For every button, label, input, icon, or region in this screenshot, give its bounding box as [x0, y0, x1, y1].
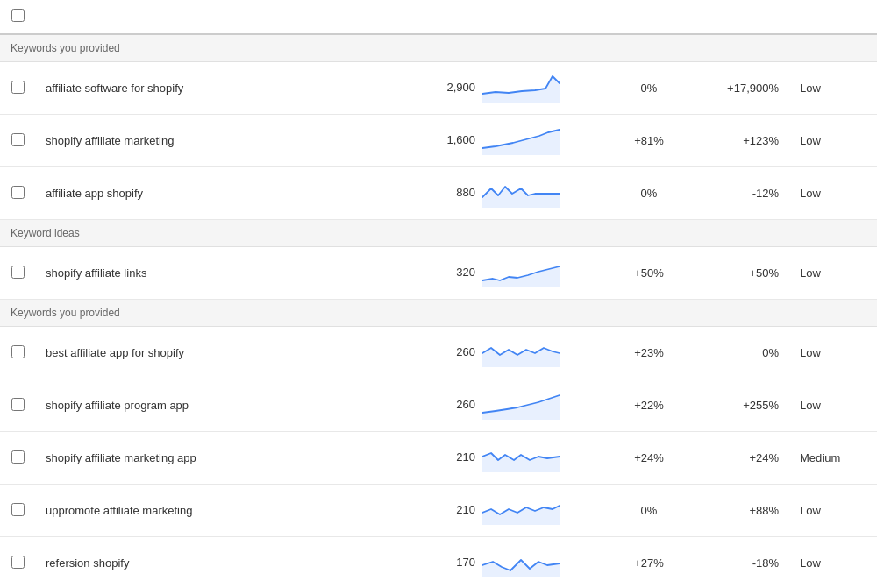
- competition-value: Low: [800, 187, 821, 200]
- keyword-cell: affiliate app shopify: [35, 167, 430, 220]
- avg-monthly-cell: 260: [430, 379, 605, 432]
- yoy-cell: 0%: [693, 327, 789, 379]
- yoy-value: +123%: [743, 134, 779, 147]
- header-avg-monthly[interactable]: [430, 0, 605, 34]
- section-title: Keyword ideas: [0, 220, 877, 247]
- competition-value: Low: [800, 399, 821, 412]
- three-month-cell: 0%: [605, 167, 693, 220]
- table-row: best affiliate app for shopify 260 +23% …: [0, 327, 877, 379]
- row-checkbox-cell[interactable]: [0, 537, 35, 589]
- yoy-value: +88%: [749, 504, 779, 517]
- section-header-row: Keywords you provided: [0, 34, 877, 62]
- yoy-cell: +50%: [693, 247, 789, 300]
- avg-monthly-value: 880: [440, 186, 475, 199]
- yoy-value: +50%: [749, 266, 779, 280]
- row-checkbox-cell[interactable]: [0, 115, 35, 167]
- keyword-cell: uppromote affiliate marketing: [35, 485, 430, 537]
- row-checkbox-cell[interactable]: [0, 167, 35, 220]
- header-competition: [789, 0, 877, 34]
- three-month-value: +81%: [634, 134, 664, 147]
- three-month-cell: +81%: [605, 115, 693, 167]
- three-month-cell: +27%: [605, 537, 693, 589]
- header-keyword: [35, 0, 430, 34]
- competition-cell: Low: [789, 115, 877, 167]
- competition-cell: Medium: [789, 432, 877, 485]
- table-row: affiliate software for shopify 2,900 0% …: [0, 62, 877, 115]
- avg-monthly-cell: 1,600: [430, 115, 605, 167]
- three-month-value: 0%: [641, 504, 658, 517]
- row-checkbox-cell[interactable]: [0, 247, 35, 300]
- competition-value: Low: [800, 266, 821, 280]
- row-checkbox-cell[interactable]: [0, 62, 35, 115]
- table-row: uppromote affiliate marketing 210 0% +88…: [0, 485, 877, 537]
- avg-monthly-value: 2,900: [440, 81, 475, 94]
- three-month-cell: +23%: [605, 327, 693, 379]
- row-checkbox-cell[interactable]: [0, 327, 35, 379]
- sparkline: [482, 388, 561, 422]
- row-checkbox-cell[interactable]: [0, 379, 35, 432]
- avg-monthly-cell: 210: [430, 485, 605, 537]
- three-month-value: +23%: [634, 346, 664, 359]
- avg-monthly-cell: 170: [430, 537, 605, 589]
- keyword-text: shopify affiliate program app: [46, 399, 189, 412]
- table-body: Keywords you provided affiliate software…: [0, 34, 877, 588]
- row-checkbox-cell[interactable]: [0, 432, 35, 485]
- keyword-text: affiliate software for shopify: [46, 81, 183, 95]
- section-title: Keywords you provided: [0, 34, 877, 62]
- yoy-value: +24%: [749, 451, 779, 464]
- keyword-cell: best affiliate app for shopify: [35, 327, 430, 379]
- avg-monthly-value: 210: [440, 450, 475, 464]
- header-checkbox-cell: [0, 0, 35, 34]
- competition-cell: Low: [789, 247, 877, 300]
- avg-monthly-value: 170: [440, 556, 475, 569]
- table-row: shopify affiliate program app 260 +22% +…: [0, 379, 877, 432]
- competition-value: Low: [800, 81, 821, 95]
- header-yoy: [693, 0, 789, 34]
- three-month-value: +50%: [634, 266, 664, 280]
- competition-cell: Low: [789, 379, 877, 432]
- row-checkbox[interactable]: [11, 450, 25, 464]
- row-checkbox[interactable]: [11, 186, 25, 199]
- table-row: affiliate app shopify 880 0% -12% Low: [0, 167, 877, 220]
- three-month-value: 0%: [641, 81, 658, 95]
- avg-monthly-cell: 260: [430, 327, 605, 379]
- row-checkbox[interactable]: [11, 266, 25, 279]
- competition-value: Low: [800, 556, 821, 570]
- yoy-cell: +123%: [693, 115, 789, 167]
- avg-monthly-value: 320: [440, 266, 475, 279]
- row-checkbox[interactable]: [11, 503, 25, 516]
- avg-monthly-cell: 2,900: [430, 62, 605, 115]
- table-row: shopify affiliate marketing app 210 +24%…: [0, 432, 877, 485]
- competition-cell: Low: [789, 485, 877, 537]
- row-checkbox-cell[interactable]: [0, 485, 35, 537]
- yoy-cell: +24%: [693, 432, 789, 485]
- table-row: shopify affiliate marketing 1,600 +81% +…: [0, 115, 877, 167]
- three-month-value: +27%: [634, 556, 664, 570]
- table-row: refersion shopify 170 +27% -18% Low: [0, 537, 877, 589]
- avg-monthly-cell: 880: [430, 167, 605, 220]
- section-header-row: Keywords you provided: [0, 300, 877, 327]
- three-month-value: 0%: [641, 187, 658, 200]
- sparkline: [482, 71, 561, 105]
- select-all-checkbox[interactable]: [11, 9, 25, 22]
- row-checkbox[interactable]: [11, 81, 25, 94]
- row-checkbox[interactable]: [11, 345, 25, 358]
- row-checkbox[interactable]: [11, 398, 25, 411]
- sparkline: [482, 256, 561, 290]
- avg-monthly-cell: 320: [430, 247, 605, 300]
- three-month-cell: +50%: [605, 247, 693, 300]
- yoy-cell: +88%: [693, 485, 789, 537]
- competition-value: Low: [800, 346, 821, 359]
- sparkline: [482, 546, 561, 580]
- competition-cell: Low: [789, 327, 877, 379]
- keyword-cell: shopify affiliate program app: [35, 379, 430, 432]
- yoy-cell: -12%: [693, 167, 789, 220]
- keyword-text: shopify affiliate links: [46, 266, 146, 280]
- sparkline: [482, 441, 561, 475]
- yoy-cell: -18%: [693, 537, 789, 589]
- competition-value: Low: [800, 134, 821, 147]
- table-row: shopify affiliate links 320 +50% +50% Lo…: [0, 247, 877, 300]
- row-checkbox[interactable]: [11, 556, 25, 569]
- row-checkbox[interactable]: [11, 133, 25, 146]
- competition-cell: Low: [789, 167, 877, 220]
